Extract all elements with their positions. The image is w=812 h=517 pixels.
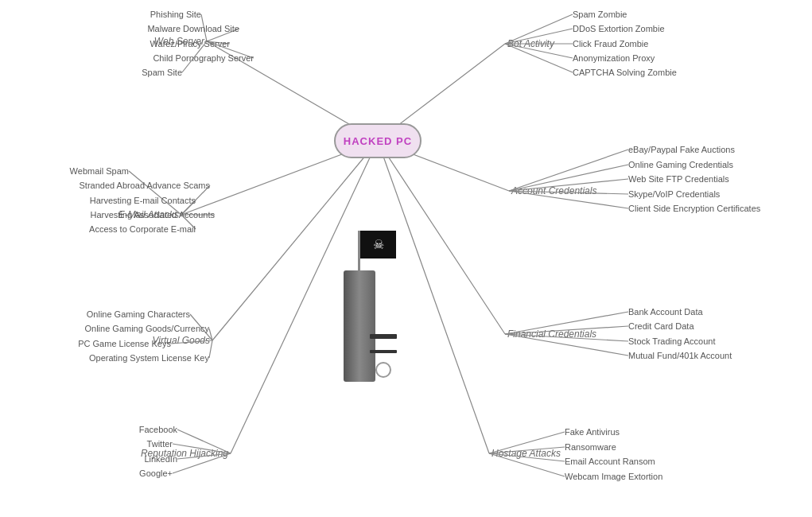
svg-text:Fake Antivirus: Fake Antivirus xyxy=(565,427,620,437)
pc-image: ☠ xyxy=(320,231,399,390)
svg-line-26 xyxy=(129,171,181,215)
svg-text:PC Game License Keys: PC Game License Keys xyxy=(78,339,171,348)
svg-text:Spam Site: Spam Site xyxy=(142,68,182,77)
svg-text:Email Account Ransom: Email Account Ransom xyxy=(565,457,655,466)
svg-text:CAPTCHA Solving Zombie: CAPTCHA Solving Zombie xyxy=(573,68,677,77)
pc-logo xyxy=(375,362,391,378)
svg-text:Google+: Google+ xyxy=(139,468,173,478)
svg-text:Client Side Encryption Certifi: Client Side Encryption Certificates xyxy=(628,204,761,213)
pc-tower xyxy=(344,270,375,382)
flag-body: ☠ xyxy=(360,231,396,258)
svg-text:Child Pornography Server: Child Pornography Server xyxy=(153,53,254,63)
pc-drive-2 xyxy=(370,350,397,353)
svg-text:Facebook: Facebook xyxy=(139,425,178,434)
svg-text:DDoS Extortion Zombie: DDoS Extortion Zombie xyxy=(573,24,665,33)
svg-text:Spam Zombie: Spam Zombie xyxy=(573,10,627,19)
svg-text:Warez/Piracy Server: Warez/Piracy Server xyxy=(150,39,231,49)
svg-text:Online Gaming Credentials: Online Gaming Credentials xyxy=(628,160,734,169)
svg-text:Click Fraud Zombie: Click Fraud Zombie xyxy=(573,39,648,49)
svg-text:Mutual Fund/401k Account: Mutual Fund/401k Account xyxy=(628,351,732,360)
svg-text:LinkedIn: LinkedIn xyxy=(144,454,177,464)
svg-text:Bank Account Data: Bank Account Data xyxy=(628,307,703,317)
svg-text:Web Site FTP Credentials: Web Site FTP Credentials xyxy=(628,174,729,184)
svg-text:Online Gaming Goods/Currency: Online Gaming Goods/Currency xyxy=(84,324,209,333)
svg-text:Phishing Site: Phishing Site xyxy=(150,10,201,19)
center-label: HACKED PC xyxy=(344,135,412,147)
svg-text:Harvesting E-mail Contacts: Harvesting E-mail Contacts xyxy=(90,196,196,205)
svg-text:Access to Corporate E-mail: Access to Corporate E-mail xyxy=(89,224,196,234)
svg-text:Ransomware: Ransomware xyxy=(565,442,616,452)
skull-icon: ☠ xyxy=(373,237,384,252)
svg-text:Operating System License Key: Operating System License Key xyxy=(89,353,210,363)
svg-text:Webcam Image Extortion: Webcam Image Extortion xyxy=(565,472,662,481)
svg-text:Malware Download Site: Malware Download Site xyxy=(147,24,239,33)
svg-text:Stock Trading Account: Stock Trading Account xyxy=(628,336,715,346)
svg-text:eBay/Paypal Fake Auctions: eBay/Paypal Fake Auctions xyxy=(628,145,735,154)
svg-text:Online Gaming Characters: Online Gaming Characters xyxy=(87,309,191,319)
pc-drive-1 xyxy=(370,334,397,339)
svg-text:Anonymization Proxy: Anonymization Proxy xyxy=(573,53,655,63)
svg-text:Webmail Spam: Webmail Spam xyxy=(70,166,129,176)
svg-text:Skype/VoIP Credentials: Skype/VoIP Credentials xyxy=(628,189,721,199)
svg-text:Harvesting Associated Accounts: Harvesting Associated Accounts xyxy=(90,210,215,220)
center-node: HACKED PC xyxy=(334,123,422,158)
svg-text:Twitter: Twitter xyxy=(147,439,173,449)
svg-text:Credit Card Data: Credit Card Data xyxy=(628,321,694,331)
svg-text:Financial Credentials: Financial Credentials xyxy=(507,328,596,340)
svg-text:Stranded Abroad Advance Scams: Stranded Abroad Advance Scams xyxy=(80,181,211,190)
